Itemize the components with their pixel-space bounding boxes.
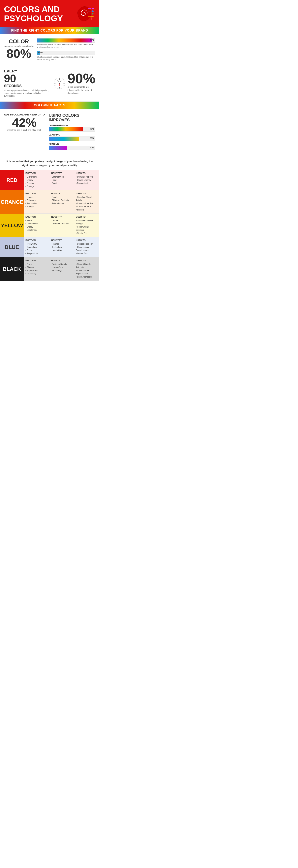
used-to-cell-red: USED TOStimulate AppetiteCreate UrgencyD… <box>74 170 99 190</box>
color-stat-section: COLOR increases brand recognition by 80%… <box>0 34 99 65</box>
color-name-yellow: YELLOW <box>0 214 24 237</box>
svg-marker-4 <box>91 18 93 20</box>
percent-90-desc: of the judgements are influenced by the … <box>67 86 96 95</box>
metric-bar-reading: 40% <box>49 146 96 150</box>
used-to-heading-yellow: USED TO <box>76 216 98 218</box>
industry-cell-yellow: INDUSTRYLeisureChildrens Products <box>49 214 74 237</box>
list-item: Courage <box>25 185 47 188</box>
used-to-heading-orange: USED TO <box>76 192 98 195</box>
color-big-stat: COLOR increases brand recognition by 80% <box>4 38 34 61</box>
metric-percent-learning: 65% <box>90 137 94 140</box>
used-to-heading-blue: USED TO <box>76 239 98 242</box>
big-42: 42% <box>4 117 45 129</box>
list-item: Show A Brand's Authority <box>76 263 98 269</box>
list-item: Energy <box>25 179 47 182</box>
percent-90-block: 90% of the judgements are influenced by … <box>67 72 96 95</box>
bar-row-06: 06% 6% of consumers consider smell, tast… <box>37 51 96 61</box>
used-to-cell-black: USED TOShow A Brand's AuthorityCommunica… <box>74 257 99 281</box>
color-word: COLOR <box>4 38 34 44</box>
color-row-inner-blue: EMOTIONTrustworthyDependableSecureRespon… <box>24 237 99 257</box>
metric-percent-reading: 40% <box>90 147 94 149</box>
svg-text:3: 3 <box>63 83 64 84</box>
facts-inner: ADS IN COLOR ARE READ UPTO 42% more than… <box>4 113 96 152</box>
list-item: Responsible <box>25 252 47 255</box>
list-item: Signify Fun <box>76 232 98 235</box>
svg-point-30 <box>59 83 60 84</box>
list-item: Create A Call To Attention <box>76 205 98 212</box>
list-item: Trustworthy <box>25 243 47 246</box>
industry-heading-orange: INDUSTRY <box>51 192 73 195</box>
ads-block: ADS IN COLOR ARE READ UPTO 42% more than… <box>4 113 45 152</box>
metric-percent-comprehension: 73% <box>90 128 94 130</box>
list-item: Luxury Cars <box>51 266 73 269</box>
list-item: Technology <box>51 269 73 272</box>
list-item: Show Aggression <box>76 275 98 279</box>
list-item: Inspire Trust <box>76 252 98 255</box>
using-colors: USING COLORS IMPROVES COMPREHENSION 73% … <box>49 113 96 152</box>
list-item: Entertainment <box>51 202 73 205</box>
list-item: Suggest Precision <box>76 243 98 246</box>
list-item: Stimulate Mental Activity <box>76 196 98 202</box>
using-title: USING COLORS IMPROVES <box>49 113 96 122</box>
bar-label-06: 06% <box>38 51 43 54</box>
emotion-heading-red: EMOTION <box>25 172 47 175</box>
section1-header: FIND THE RIGHT COLORS FOR YOUR BRAND <box>0 27 99 34</box>
header-title: COLORS AND PSYCHOLOGY <box>4 5 63 23</box>
list-item: Finance <box>51 243 73 246</box>
list-item: Fascination <box>25 202 47 205</box>
list-item: Strength <box>25 205 47 208</box>
bar-fill-94 <box>37 38 92 42</box>
list-item: Excitement <box>25 175 47 179</box>
list-item: Communicate Optimism <box>76 225 98 232</box>
list-item: Childrens Products <box>51 199 73 202</box>
svg-marker-3 <box>91 16 94 18</box>
list-item: Exclusivity <box>25 272 47 275</box>
svg-marker-2 <box>91 13 94 15</box>
list-item: Dependable <box>25 246 47 249</box>
clock-svg-icon: 12 3 6 9 <box>53 71 65 95</box>
bar-06: 06% <box>37 51 96 55</box>
every-block: EVERY 90 SECONDS an average person subco… <box>4 69 51 97</box>
clock-section: EVERY 90 SECONDS an average person subco… <box>0 65 99 101</box>
colorful-facts-section: ADS IN COLOR ARE READ UPTO 42% more than… <box>0 109 99 156</box>
bar-94: 94% <box>37 38 96 43</box>
metric-label-comprehension: COMPREHENSION <box>49 124 96 127</box>
industry-heading-blue: INDUSTRY <box>51 239 73 242</box>
list-item: Health Care <box>51 249 73 252</box>
industry-heading-yellow: INDUSTRY <box>51 216 73 218</box>
color-row-black: BLACKEMOTIONPowerGlamourSophisticationEx… <box>0 257 99 281</box>
list-item: Passion <box>25 182 47 185</box>
metric-bar-learning: 65% <box>49 136 96 141</box>
color-bars: 94% 94% of consumers consider visual fac… <box>37 38 96 61</box>
color-name-red: RED <box>0 170 24 190</box>
brain-icon <box>74 4 96 24</box>
metric-label-reading: READING <box>49 143 96 145</box>
list-item: Communicate Fun <box>76 202 98 205</box>
emotion-cell-yellow: EMOTIONIntellectCheerfulnessEnergySponta… <box>24 214 49 237</box>
list-item: Technology <box>51 246 73 249</box>
emotion-cell-black: EMOTIONPowerGlamourSophisticationExclusi… <box>24 257 49 281</box>
clock-desc: an average person subconsciously judge a… <box>4 89 51 97</box>
list-item: Enthusiasm <box>25 199 47 202</box>
color-name-orange: ORANGE <box>0 190 24 214</box>
list-item: Create Urgency <box>76 179 98 182</box>
list-item: Glamour <box>25 266 47 269</box>
emotion-heading-orange: EMOTION <box>25 192 47 195</box>
emotion-heading-blue: EMOTION <box>25 239 47 242</box>
svg-marker-0 <box>91 7 94 9</box>
industry-cell-orange: INDUSTRYFoodChildrens ProductsEntertainm… <box>49 190 74 214</box>
list-item: Sport <box>51 182 73 185</box>
list-item: Food <box>51 179 73 182</box>
used-to-cell-blue: USED TOSuggest PrecisionCommunicate Cons… <box>74 237 99 257</box>
industry-heading-black: INDUSTRY <box>51 259 73 262</box>
list-item: Stimulate Creative Thought <box>76 219 98 225</box>
color-row-yellow: YELLOWEMOTIONIntellectCheerfulnessEnergy… <box>0 214 99 237</box>
ads-desc: more than ads in black and white print. <box>4 129 45 131</box>
list-item: Designer Brands <box>51 263 73 266</box>
industry-cell-red: INDUSTRYEntertainmentFoodSport <box>49 170 74 190</box>
color-row-inner-yellow: EMOTIONIntellectCheerfulnessEnergySponta… <box>24 214 99 237</box>
list-item: Energy <box>25 225 47 228</box>
bar-desc-94: 94% of consumers consider visual factors… <box>37 43 96 49</box>
list-item: Childrens Products <box>51 222 73 225</box>
bar-row-94: 94% 94% of consumers consider visual fac… <box>37 38 96 49</box>
